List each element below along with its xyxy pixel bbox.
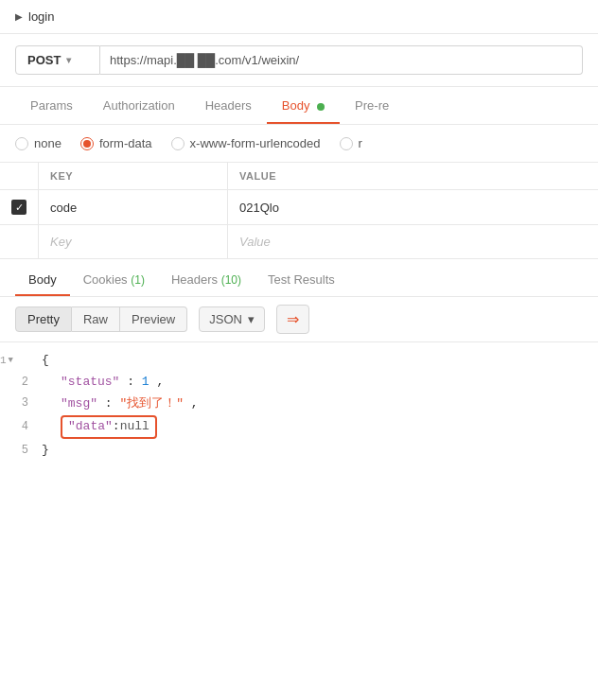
msg-key: "msg" [61, 396, 97, 411]
radio-none-label: none [34, 136, 62, 150]
line-content-5: } [38, 441, 598, 461]
line-num-1: 1 ▼ [0, 353, 38, 370]
tab-headers[interactable]: Headers [190, 87, 267, 124]
response-toolbar: Pretty Raw Preview JSON ▾ ⇒ [0, 297, 598, 342]
login-arrow: ▶ [15, 11, 23, 22]
raw-button[interactable]: Raw [72, 306, 120, 332]
radio-raw[interactable]: r [340, 136, 362, 150]
line-content-4: "data" : null [38, 415, 598, 439]
value-cell-code[interactable]: 021Qlo [228, 190, 599, 225]
radio-form-data[interactable]: form-data [80, 136, 152, 150]
chevron-down-icon: ▾ [66, 55, 71, 65]
json-line-1: 1 ▼ { [0, 350, 598, 372]
line-content-3: "msg" : "找到了！" , [38, 394, 598, 414]
key-header: KEY [39, 163, 228, 190]
data-value: null [120, 417, 150, 437]
line-content-1: { [38, 351, 598, 371]
radio-urlencoded-label: x-www-form-urlencoded [190, 136, 321, 150]
method-select[interactable]: POST ▾ [15, 45, 100, 75]
headers-badge: (10) [221, 273, 241, 287]
data-key: "data" [68, 417, 113, 437]
checkbox-header-col [0, 163, 39, 190]
radio-form-data-circle [80, 137, 94, 150]
request-tabs-row: Params Authorization Headers Body Pre-re [0, 87, 598, 125]
key-cell-code[interactable]: code [39, 190, 228, 225]
row-checkbox-empty[interactable] [0, 225, 39, 259]
line-content-2: "status" : 1 , [38, 373, 598, 393]
json-line-2: 2 "status" : 1 , [0, 372, 598, 394]
key-cell-empty[interactable]: Key [39, 225, 228, 259]
response-tab-body[interactable]: Body [15, 263, 70, 296]
format-select[interactable]: JSON ▾ [199, 306, 265, 332]
wrap-icon: ⇒ [287, 310, 299, 328]
response-tab-headers[interactable]: Headers (10) [158, 263, 255, 296]
wrap-button[interactable]: ⇒ [276, 305, 309, 334]
body-options-row: none form-data x-www-form-urlencoded r [0, 125, 598, 163]
status-key: "status" [61, 375, 119, 389]
response-tab-test-results[interactable]: Test Results [255, 263, 348, 296]
json-viewer: 1 ▼ { 2 "status" : 1 , 3 "msg" : "找到了！" … [0, 342, 598, 469]
radio-urlencoded-circle [171, 137, 185, 150]
json-line-4: 4 "data" : null [0, 414, 598, 440]
json-line-3: 3 "msg" : "找到了！" , [0, 394, 598, 415]
msg-value: "找到了！" [119, 396, 184, 411]
radio-raw-label: r [359, 136, 362, 150]
row-checkbox-checked[interactable] [0, 190, 39, 225]
preview-button[interactable]: Preview [120, 306, 187, 332]
params-table: KEY VALUE code 021Qlo Key Value [0, 163, 598, 259]
body-active-dot [317, 103, 325, 111]
radio-form-data-label: form-data [99, 136, 152, 150]
value-cell-empty[interactable]: Value [228, 225, 599, 259]
table-row: Key Value [0, 225, 598, 259]
line-num-4: 4 [0, 418, 38, 436]
cookies-badge: (1) [131, 273, 145, 287]
line-num-5: 5 [0, 442, 38, 460]
radio-none[interactable]: none [15, 136, 62, 150]
radio-inner-dot [83, 140, 91, 148]
login-section: ▶ login [0, 0, 598, 34]
tab-params[interactable]: Params [15, 87, 88, 124]
pretty-button[interactable]: Pretty [15, 306, 72, 332]
line-num-3: 3 [0, 394, 38, 412]
format-chevron-icon: ▾ [248, 312, 255, 326]
tab-body[interactable]: Body [267, 87, 340, 124]
url-bar: POST ▾ https://mapi.██ ██.com/v1/weixin/ [0, 34, 598, 87]
radio-none-circle [15, 137, 28, 150]
response-tabs-row: Body Cookies (1) Headers (10) Test Resul… [0, 263, 598, 297]
tab-authorization[interactable]: Authorization [88, 87, 190, 124]
tab-prere[interactable]: Pre-re [340, 87, 404, 124]
radio-raw-circle [340, 137, 353, 150]
method-label: POST [27, 53, 61, 67]
checkbox-checked-icon [11, 200, 26, 215]
table-row: code 021Qlo [0, 190, 598, 225]
data-highlighted-box: "data" : null [61, 415, 157, 439]
format-label: JSON [209, 312, 242, 326]
line-num-2: 2 [0, 374, 38, 392]
status-value: 1 [142, 375, 150, 389]
json-line-5: 5 } [0, 440, 598, 462]
radio-urlencoded[interactable]: x-www-form-urlencoded [171, 136, 321, 150]
login-label: login [28, 9, 54, 24]
value-header: VALUE [228, 163, 599, 190]
url-input[interactable]: https://mapi.██ ██.com/v1/weixin/ [100, 45, 583, 75]
response-tab-cookies[interactable]: Cookies (1) [70, 263, 158, 296]
